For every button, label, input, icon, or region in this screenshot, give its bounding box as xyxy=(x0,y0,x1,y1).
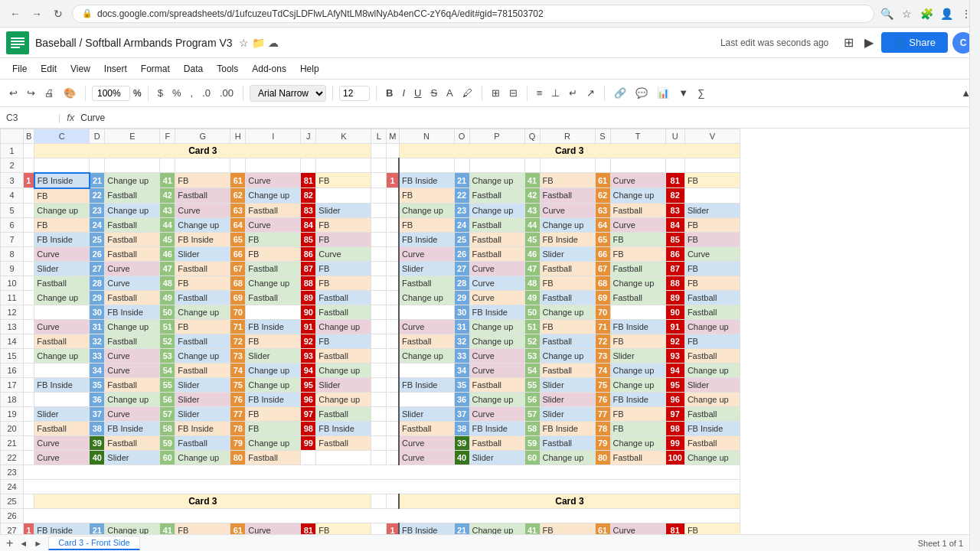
cell-I20[interactable]: FB xyxy=(246,421,301,435)
cell-T5[interactable]: Fastball xyxy=(610,203,665,217)
cell-E15[interactable]: Curve xyxy=(105,348,160,363)
cell-G4[interactable]: Fastball xyxy=(175,188,230,204)
cell-L5[interactable] xyxy=(371,203,387,217)
cell-V8[interactable]: Curve xyxy=(684,246,740,261)
cell-O16[interactable]: 34 xyxy=(454,363,469,377)
cell-G14[interactable]: Fastball xyxy=(175,334,230,348)
cell-T18[interactable]: FB Inside xyxy=(610,392,665,406)
cell-H10[interactable]: 68 xyxy=(230,276,246,290)
cell-H18[interactable]: 76 xyxy=(230,392,246,406)
cell-N2[interactable] xyxy=(399,158,454,173)
cell-L17[interactable] xyxy=(371,377,387,392)
cell-P2[interactable] xyxy=(469,158,524,173)
cell-N7[interactable]: FB Inside xyxy=(399,232,454,246)
cell-P17[interactable]: Fastball xyxy=(469,377,524,392)
sheet-nav-right[interactable]: ► xyxy=(34,539,42,548)
cell-R19[interactable]: Slider xyxy=(540,406,595,421)
cell-J19[interactable]: 97 xyxy=(301,406,316,421)
cell-O13[interactable]: 31 xyxy=(454,319,469,334)
cell-I13[interactable]: FB Inside xyxy=(246,319,301,334)
cell-J10[interactable]: 88 xyxy=(301,276,316,290)
cell-G17[interactable]: Slider xyxy=(175,377,230,392)
cell-S7[interactable]: 65 xyxy=(595,232,610,246)
cell-F9[interactable]: 47 xyxy=(160,261,175,276)
cell-B15[interactable] xyxy=(24,348,34,363)
cell-B2[interactable] xyxy=(24,158,34,173)
cell-K5[interactable]: Slider xyxy=(316,203,371,217)
cell-L20[interactable] xyxy=(371,421,387,435)
cell-H11[interactable]: 69 xyxy=(230,290,246,305)
cell-Q22[interactable]: 60 xyxy=(524,450,540,465)
reload-button[interactable]: ↻ xyxy=(49,5,67,23)
cell-S21[interactable]: 79 xyxy=(595,435,610,450)
cell-G5[interactable]: Curve xyxy=(175,203,230,217)
cell-L16[interactable] xyxy=(371,363,387,377)
cell-U17[interactable]: 95 xyxy=(665,377,684,392)
comment-button[interactable]: 💬 xyxy=(632,86,651,100)
cell-P5[interactable]: Change up xyxy=(469,203,524,217)
cell-H2[interactable] xyxy=(230,158,246,173)
cell-L12[interactable] xyxy=(371,305,387,319)
cell-T9[interactable]: Fastball xyxy=(610,261,665,276)
col-header-M[interactable]: M xyxy=(387,129,399,144)
cell-K7[interactable]: FB xyxy=(316,232,371,246)
cell-C14[interactable]: Fastball xyxy=(34,334,90,348)
cell-M9[interactable] xyxy=(387,261,399,276)
cell-Q20[interactable]: 58 xyxy=(524,421,540,435)
cell-J9[interactable]: 87 xyxy=(301,261,316,276)
cell-M2[interactable] xyxy=(387,158,399,173)
cell-V9[interactable]: FB xyxy=(684,261,740,276)
cell-B7[interactable] xyxy=(24,232,34,246)
cell-I17[interactable]: Change up xyxy=(246,377,301,392)
cell-O11[interactable]: 29 xyxy=(454,290,469,305)
cell-U12[interactable]: 90 xyxy=(665,305,684,319)
cell-O10[interactable]: 28 xyxy=(454,276,469,290)
cell-F11[interactable]: 49 xyxy=(160,290,175,305)
cell-T12[interactable] xyxy=(610,305,665,319)
cell-H17[interactable]: 75 xyxy=(230,377,246,392)
cell-S17[interactable]: 75 xyxy=(595,377,610,392)
cell-U18[interactable]: 96 xyxy=(665,392,684,406)
cell-M5[interactable] xyxy=(387,203,399,217)
cell-E2[interactable] xyxy=(105,158,160,173)
menu-insert[interactable]: Insert xyxy=(98,61,133,77)
cell-J2[interactable] xyxy=(301,158,316,173)
cell-D11[interactable]: 29 xyxy=(90,290,105,305)
cell-N17[interactable]: FB Inside xyxy=(399,377,454,392)
cell-Q8[interactable]: 46 xyxy=(524,246,540,261)
cell-G20[interactable]: FB Inside xyxy=(175,421,230,435)
cell-T15[interactable]: Slider xyxy=(610,348,665,363)
cell-Q2[interactable] xyxy=(524,158,540,173)
cell-U10[interactable]: 88 xyxy=(665,276,684,290)
cell-R11[interactable]: Fastball xyxy=(540,290,595,305)
cell-C2[interactable] xyxy=(34,158,90,173)
col-header-Q[interactable]: Q xyxy=(524,129,540,144)
filter-button[interactable]: ▼ xyxy=(675,86,691,100)
align-left-button[interactable]: ≡ xyxy=(534,86,546,100)
cell-Q16[interactable]: 54 xyxy=(524,363,540,377)
cell-S3[interactable]: 61 xyxy=(595,173,610,188)
cell-O7[interactable]: 25 xyxy=(454,232,469,246)
cell-M11[interactable] xyxy=(387,290,399,305)
cell-V10[interactable]: FB xyxy=(684,276,740,290)
cell-G6[interactable]: Change up xyxy=(175,217,230,232)
cell-P21[interactable]: Fastball xyxy=(469,435,524,450)
cell-23-empty[interactable] xyxy=(24,465,740,479)
cell-G19[interactable]: Slider xyxy=(175,406,230,421)
cell-O21[interactable]: 39 xyxy=(454,435,469,450)
cell-P18[interactable]: Change up xyxy=(469,392,524,406)
col-header-T[interactable]: T xyxy=(610,129,665,144)
cell-R21[interactable]: Fastball xyxy=(540,435,595,450)
cell-K22[interactable] xyxy=(316,450,371,465)
col-header-H[interactable]: H xyxy=(230,129,246,144)
cell-C25-card3[interactable]: Card 3 xyxy=(34,494,371,508)
cell-C5[interactable]: Change up xyxy=(34,203,90,217)
cell-B3[interactable]: 1 xyxy=(24,173,34,188)
cell-G18[interactable]: Slider xyxy=(175,392,230,406)
cell-R7[interactable]: FB Inside xyxy=(540,232,595,246)
cell-24-empty[interactable] xyxy=(24,479,740,494)
cell-B17[interactable] xyxy=(24,377,34,392)
cell-R12[interactable]: Change up xyxy=(540,305,595,319)
cell-U2[interactable] xyxy=(665,158,684,173)
cell-L6[interactable] xyxy=(371,217,387,232)
